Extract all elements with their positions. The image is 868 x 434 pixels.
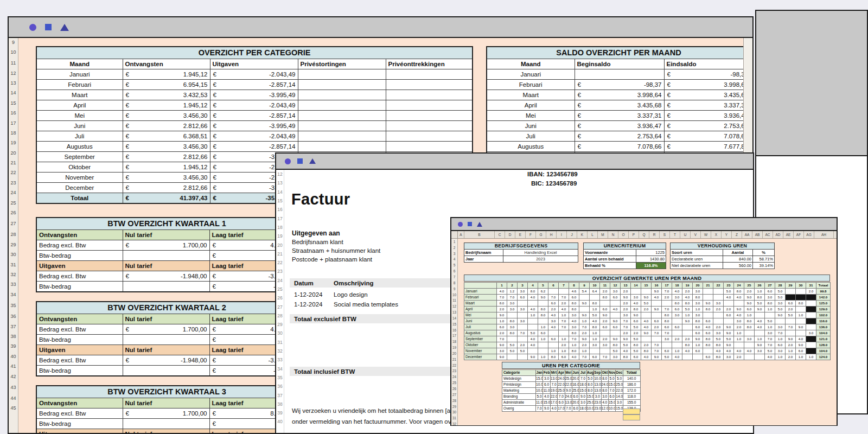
cell[interactable]: 4.0 <box>550 406 557 412</box>
column-header[interactable]: 5 <box>538 283 548 289</box>
cell[interactable]: 4.0 <box>672 354 682 360</box>
cell[interactable]: 3.0 <box>569 324 579 330</box>
cell[interactable] <box>682 354 693 360</box>
cell[interactable]: 1.0 <box>528 312 538 318</box>
cell[interactable] <box>806 336 816 342</box>
cell[interactable]: Augustus <box>36 141 123 151</box>
row-header[interactable]: 27 <box>276 302 284 311</box>
table-btw-kwartaal-2[interactable]: BTW OVERZICHT KWARTAAL 2OntvangstenNul t… <box>36 301 298 376</box>
cell[interactable]: 9.0 <box>631 312 641 318</box>
cell[interactable]: 8.0 <box>631 342 641 348</box>
cell[interactable] <box>641 312 652 318</box>
cell[interactable]: 7.0 <box>786 324 796 330</box>
cell[interactable]: 22.0 <box>565 382 572 388</box>
cell[interactable]: €3.456,30 <box>123 110 210 120</box>
cell[interactable]: 8.0 <box>693 318 703 324</box>
cell[interactable]: €-98,37 <box>575 79 664 90</box>
cell[interactable]: €-2.857,14 <box>210 79 298 90</box>
cell[interactable] <box>641 289 652 295</box>
row-header[interactable]: 16 <box>9 108 18 118</box>
cell[interactable]: 3.0 <box>765 295 775 301</box>
cell[interactable]: 8.0 <box>796 301 806 307</box>
cell[interactable]: November <box>464 348 497 354</box>
cell[interactable]: 8.0 <box>538 312 548 318</box>
cell[interactable]: 8.0 <box>713 354 724 360</box>
cell[interactable]: €2.812,66 <box>123 151 210 162</box>
cell[interactable]: Nul tarief <box>123 314 209 324</box>
cell[interactable]: 6.0 <box>724 312 734 318</box>
cell[interactable]: 6.0 <box>765 289 775 295</box>
row-header[interactable]: 33 <box>276 355 284 364</box>
row-header[interactable]: 29 <box>276 320 284 329</box>
cell[interactable]: 9.0 <box>497 312 507 318</box>
cell[interactable] <box>796 289 806 295</box>
cell[interactable] <box>755 330 765 336</box>
cell[interactable]: Juli <box>464 324 497 330</box>
row-header[interactable]: 44 <box>9 393 18 403</box>
cell[interactable]: 8.0 <box>569 348 579 354</box>
cell[interactable]: 7.0 <box>765 336 775 342</box>
row-header[interactable]: 16 <box>451 327 457 333</box>
cell[interactable]: 4.0 <box>755 318 765 324</box>
cell[interactable]: €2.812,66 <box>123 182 210 193</box>
cell[interactable]: 8.0 <box>703 307 713 312</box>
cell[interactable]: 1225 <box>636 250 666 256</box>
cell[interactable] <box>386 131 473 141</box>
cell[interactable]: 6.0 <box>703 354 713 360</box>
column-header[interactable]: F <box>526 231 536 238</box>
cell[interactable]: Januari <box>487 69 575 79</box>
cell[interactable]: 9.0 <box>755 342 765 348</box>
cell[interactable] <box>298 141 386 151</box>
cell[interactable]: 13.0 <box>550 376 557 382</box>
cell[interactable] <box>775 318 786 324</box>
cell[interactable]: 4.0 <box>528 307 538 312</box>
cell[interactable]: 20.0 <box>572 376 579 382</box>
row-header[interactable]: 29 <box>451 404 457 410</box>
cell[interactable] <box>703 289 713 295</box>
cell[interactable]: 16.0 <box>572 382 579 388</box>
cell[interactable] <box>806 295 816 301</box>
cell[interactable]: 8.0 <box>569 301 579 307</box>
cell[interactable]: 5.0 <box>631 348 641 354</box>
cell[interactable] <box>386 79 473 90</box>
cell[interactable]: 9.0 <box>796 342 806 348</box>
cell[interactable]: 8.0 <box>600 295 610 301</box>
column-header[interactable]: U <box>680 231 691 238</box>
cell[interactable]: Februari <box>464 295 497 301</box>
cell[interactable]: Maart <box>464 301 497 307</box>
cell[interactable]: 104.0 <box>816 348 831 354</box>
cell[interactable]: 1.0 <box>693 342 703 348</box>
cell[interactable]: 8.0 <box>601 376 608 382</box>
cell[interactable]: 4.6 <box>569 289 579 295</box>
cell[interactable]: 1.0 <box>548 348 559 354</box>
row-header[interactable]: 21 <box>276 250 284 258</box>
cell[interactable]: €-1.948,00 <box>123 355 209 365</box>
cell[interactable] <box>528 324 538 330</box>
row-header[interactable]: 23 <box>276 267 284 276</box>
cell[interactable]: 22.0 <box>550 394 557 400</box>
cell[interactable]: 5.0 <box>528 330 538 336</box>
row-header[interactable]: 14 <box>9 88 18 98</box>
cell[interactable]: 15.0 <box>586 394 593 400</box>
cell[interactable]: 15.0 <box>616 406 623 412</box>
cell[interactable]: 9.0 <box>641 330 652 336</box>
cell[interactable]: 7.0 <box>662 307 672 312</box>
column-header[interactable]: I <box>557 231 567 238</box>
cell[interactable] <box>528 348 538 354</box>
row-header-strip[interactable]: 1213141516171819202122232425262728293031… <box>276 170 284 433</box>
row-header[interactable]: 15 <box>451 321 457 327</box>
cell[interactable]: €-1.948,00 <box>123 271 209 281</box>
cell[interactable]: Ontvangsten <box>36 229 123 240</box>
table-saldo-overzicht-per-maand[interactable]: SALDO OVERZICHT PER MAANDMaandBeginsaldo… <box>486 46 751 163</box>
column-header[interactable]: 27 <box>765 283 775 289</box>
cell[interactable] <box>528 301 538 307</box>
cell[interactable]: 1.0 <box>497 318 507 324</box>
cell[interactable]: 4.0 <box>569 318 579 324</box>
cell[interactable]: Juni <box>36 120 123 131</box>
cell[interactable] <box>298 120 386 131</box>
cell[interactable] <box>548 342 559 348</box>
row-header[interactable]: 42 <box>9 371 18 381</box>
cell[interactable]: 7.0 <box>559 318 569 324</box>
cell[interactable]: 13.0 <box>565 400 572 406</box>
column-header[interactable]: 13 <box>621 283 631 289</box>
